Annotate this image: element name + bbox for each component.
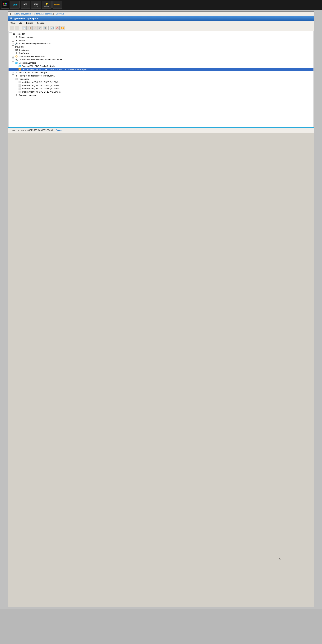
label-processors: Процесори (18, 78, 314, 80)
label-system: Системні пристрої (18, 94, 314, 96)
root-label: Home-ПК (16, 33, 314, 35)
hdcp-button[interactable]: HDCP Ready (31, 1, 41, 8)
expand-cpu3 (15, 87, 18, 90)
tree-item-cpu-2[interactable]: ⬜ Intel(R) Atom(TM) CPU D525 @ 1.80GHz (8, 84, 314, 87)
monitors-icon: 🖥 (15, 39, 18, 42)
tree-item-keyboards[interactable]: ⌨ Клавіатури (8, 48, 314, 52)
breadcrumb-system[interactable]: Система (56, 12, 64, 15)
toolbar: ← → 📄 📋 ❓ 📰 🔍 🔄 ❌ 🔁 (8, 25, 314, 31)
tree-item-hid[interactable]: 🖱 Пристрої з інтерфейсом користувача (8, 74, 314, 77)
tree-item-realtek-wireless[interactable]: 📶 Realtek RTL8191SU Wireless LAN 802.11n… (8, 68, 314, 71)
tree-item-monitors[interactable]: 🖥 Monitors (8, 39, 314, 42)
tree-item-usb-controllers[interactable]: 🔌 Контролери універсальної послідовної ш… (8, 58, 314, 61)
expand-computer[interactable] (12, 52, 14, 54)
breadcrumb-control-panel[interactable]: Панель керування (13, 12, 31, 15)
wireless-icon: 📶 (18, 68, 21, 70)
eco-mode-button[interactable]: 💡 Eco Mode (42, 1, 52, 8)
root-expand[interactable] (9, 32, 12, 35)
expand-processors[interactable] (12, 78, 14, 80)
keyboards-icon: ⌨ (15, 48, 18, 51)
expand-keyboards[interactable] (12, 48, 14, 51)
tree-item-realtek-gbe[interactable]: 🌐 Realtek PCIe GBE Family Controller (8, 64, 314, 68)
device-manager-icon: 🖥 (10, 17, 13, 20)
tree-item-mouse[interactable]: 🖱 Миша й інші вказівні пристрої (8, 71, 314, 74)
screen-area: ▶ Панель керування ▶ Система й безпека ▶… (8, 11, 314, 607)
tree-item-computer[interactable]: 🖥 Комп'ютер (8, 52, 314, 55)
label-disks: Диски (18, 46, 314, 48)
system-icon: 🖥 (15, 94, 18, 96)
tree-item-system-devices[interactable]: 🖥 Системні пристрої (8, 94, 314, 96)
tree-item-disks[interactable]: 💾 Диски (8, 45, 314, 48)
expand-cpu1 (15, 81, 18, 84)
expand-cpu2 (15, 84, 18, 86)
cpu1-icon: ⬜ (18, 81, 21, 84)
expand-mouse[interactable] (12, 71, 14, 74)
expand-system[interactable] (12, 94, 14, 96)
update-button[interactable]: 🔄 (50, 26, 54, 30)
disks-icon: 💾 (15, 46, 18, 48)
view-button[interactable]: 📰 (38, 26, 42, 30)
scan-button[interactable]: 🔍 (43, 26, 47, 30)
dcr-button[interactable]: DCR 3000:1 (20, 1, 30, 8)
change-link[interactable]: Змінит (56, 129, 62, 132)
remove-button[interactable]: ❌ (55, 26, 60, 30)
bottom-bezel (0, 608, 322, 644)
ide-icon: 📀 (15, 55, 18, 58)
breadcrumb-sep-1: ▶ (32, 13, 33, 15)
properties-button[interactable]: 📄 (22, 26, 26, 30)
tree-item-cpu-1[interactable]: ⬜ Intel(R) Atom(TM) CPU D525 @ 1.80GHz (8, 80, 314, 84)
details-button[interactable]: 📋 (27, 26, 32, 30)
product-number: Номер продукту: 00371-177-0000061-85699 (11, 129, 53, 132)
expand-monitors[interactable] (12, 39, 14, 42)
expand-display[interactable] (12, 36, 14, 38)
mouse-cursor: ↖ (278, 557, 282, 562)
label-keyboards: Клавіатури (18, 49, 314, 51)
display-icon: 🖥 (15, 36, 18, 38)
colors-button[interactable]: Colors (1, 1, 9, 8)
menu-file[interactable]: Файл (10, 22, 16, 24)
label-computer: Комп'ютер (18, 52, 314, 54)
network-icon: 🌐 (15, 62, 18, 64)
expand-ide[interactable] (12, 55, 14, 58)
menubar: Файл Дія Вигляд Довідка (8, 21, 314, 25)
expand-hid[interactable] (12, 74, 14, 77)
label-sound: Sound, video and game controllers (18, 42, 314, 45)
expand-usb[interactable] (12, 58, 14, 61)
dcb-button[interactable]: DCB (10, 1, 20, 8)
breadcrumb-system-security[interactable]: Система й безпека (34, 12, 53, 15)
tree-item-ide[interactable]: 📀 Контролери IDE ATA/ATAPI (8, 55, 314, 58)
tree-item-cpu-3[interactable]: ⬜ Intel(R) Atom(TM) CPU D525 @ 1.80GHz (8, 87, 314, 90)
menu-help[interactable]: Довідка (36, 22, 45, 24)
label-ide: Контролери IDE ATA/ATAPI (18, 55, 314, 58)
forward-button[interactable]: → (15, 26, 19, 30)
tree-item-display-adapters[interactable]: 🖥 Display adapters (8, 36, 314, 39)
back-button[interactable]: ← (10, 26, 14, 30)
expand-sound[interactable] (12, 42, 14, 45)
menu-action[interactable]: Дія (19, 22, 23, 24)
hid-icon: 🖱 (15, 74, 18, 77)
menu-view[interactable]: Вигляд (26, 22, 34, 24)
tree-item-cpu-4[interactable]: ⬜ Intel(R) Atom(TM) CPU D525 @ 1.80GHz (8, 90, 314, 94)
refresh-button[interactable]: 🔁 (60, 26, 65, 30)
tree-item-network-adapters[interactable]: 🌐 Мережні адаптери (8, 61, 314, 64)
cpu3-icon: ⬜ (18, 87, 21, 90)
toolbar-sep-1 (20, 26, 21, 30)
expand-cpu4 (15, 90, 18, 93)
tree-item-sound[interactable]: 🔊 Sound, video and game controllers (8, 42, 314, 45)
monitor-toolbar: Colors DCB DCR 3000:1 HDCP Ready 💡 Eco M… (0, 0, 322, 10)
computer-icon: 🖥 (15, 52, 18, 54)
label-hid: Пристрої з інтерфейсом користувача (18, 74, 314, 77)
extra-button[interactable]: 00:000 lx (52, 1, 62, 8)
label-cpu3: Intel(R) Atom(TM) CPU D525 @ 1.80GHz (22, 88, 314, 90)
expand-disks[interactable] (12, 46, 14, 48)
sound-icon: 🔊 (15, 42, 18, 45)
cpu4-icon: ⬜ (18, 90, 21, 93)
tree-root[interactable]: 🖥 Home-ПК (8, 32, 314, 36)
label-usb: Контролери універсальної послідовної шин… (18, 58, 314, 61)
help-button[interactable]: ❓ (32, 26, 37, 30)
status-bar: Номер продукту: 00371-177-0000061-85699 … (8, 127, 314, 133)
label-network: Мережні адаптери (18, 62, 314, 64)
expand-network[interactable] (12, 62, 14, 64)
breadcrumb-sep-2: ▶ (54, 13, 55, 15)
tree-item-processors[interactable]: ⬜ Процесори (8, 77, 314, 80)
